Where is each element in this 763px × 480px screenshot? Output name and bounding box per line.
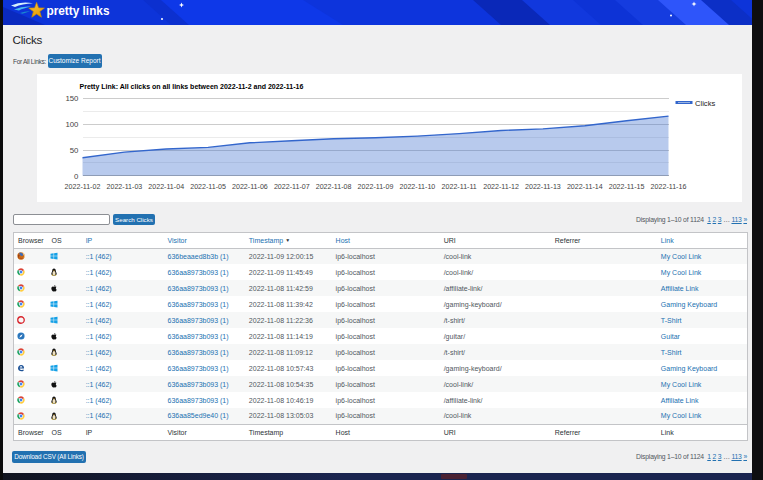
svg-text:2022-11-10: 2022-11-10 xyxy=(400,183,436,191)
svg-text:150: 150 xyxy=(65,94,79,103)
svg-text:pretty links: pretty links xyxy=(47,4,110,18)
svg-text:2022-11-08: 2022-11-08 xyxy=(316,183,352,191)
svg-text:Clicks: Clicks xyxy=(695,99,715,108)
svg-text:2022-11-02: 2022-11-02 xyxy=(65,183,101,191)
svg-text:100: 100 xyxy=(65,120,79,129)
svg-text:2022-11-14: 2022-11-14 xyxy=(567,183,603,191)
svg-text:0: 0 xyxy=(74,172,79,181)
svg-text:2022-11-06: 2022-11-06 xyxy=(232,183,268,191)
svg-text:2022-11-09: 2022-11-09 xyxy=(358,183,394,191)
svg-text:Pretty Link: All clicks on all: Pretty Link: All clicks on all links bet… xyxy=(80,83,304,91)
svg-text:2022-11-04: 2022-11-04 xyxy=(148,183,184,191)
svg-text:50: 50 xyxy=(70,146,79,155)
svg-text:2022-11-07: 2022-11-07 xyxy=(274,183,310,191)
svg-text:2022-11-15: 2022-11-15 xyxy=(609,183,645,191)
svg-text:2022-11-11: 2022-11-11 xyxy=(442,183,477,191)
svg-text:2022-11-03: 2022-11-03 xyxy=(107,183,143,191)
svg-text:2022-11-12: 2022-11-12 xyxy=(483,183,519,191)
svg-text:2022-11-05: 2022-11-05 xyxy=(190,183,226,191)
svg-text:2022-11-13: 2022-11-13 xyxy=(525,183,561,191)
svg-text:2022-11-16: 2022-11-16 xyxy=(651,183,687,191)
